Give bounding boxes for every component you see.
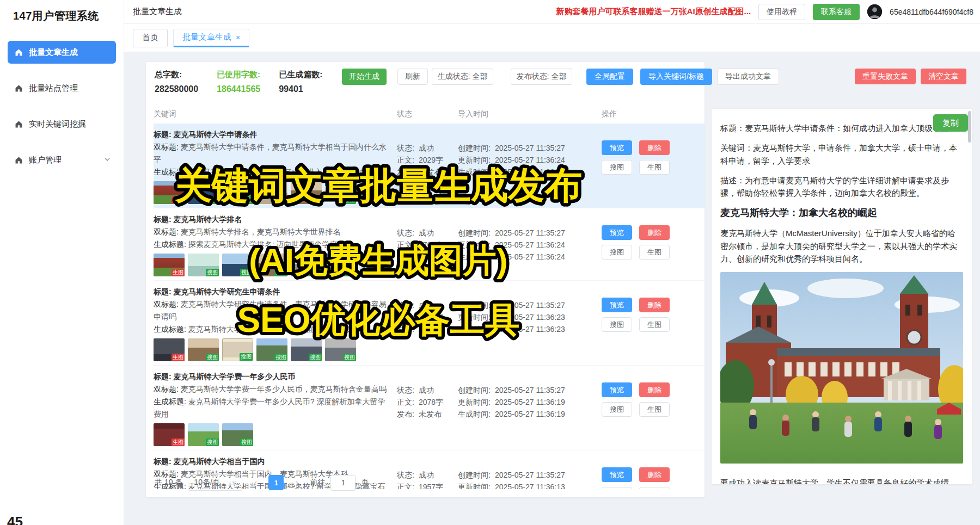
article-thumbnail[interactable]: 搜图 — [291, 181, 322, 204]
search-image-button[interactable]: 搜图 — [602, 402, 632, 417]
article-thumbnail[interactable]: 搜图 — [291, 338, 322, 361]
thumbnail-strip: 生图搜图搜图搜图搜图搜图搜图 — [154, 254, 389, 276]
tutorial-button[interactable]: 使用教程 — [758, 4, 805, 20]
scrollbar-thumb[interactable] — [968, 111, 971, 143]
article-thumbnail[interactable]: 生图 — [154, 423, 185, 446]
article-thumbnail[interactable]: 搜图 — [325, 338, 356, 361]
article-thumbnail[interactable]: 搜图 — [222, 338, 253, 361]
article-thumbnail[interactable]: 搜图 — [394, 181, 425, 204]
operations-cell: 预览删除搜图生图 — [602, 286, 699, 361]
sidebar-item-realtime-keyword-mining[interactable]: 实时关键词挖掘 — [8, 113, 116, 135]
article-thumbnail[interactable]: 搜图 — [325, 254, 356, 276]
generate-image-button[interactable]: 生图 — [639, 402, 670, 417]
updated-time-line: 更新时间:2025-05-27 11:36:13 — [458, 481, 602, 489]
generated-image-badge: 生图 — [171, 438, 185, 446]
delete-button[interactable]: 删除 — [639, 467, 670, 482]
table-row[interactable]: 标题: 麦克马斯特大学申请条件双标题: 麦克马斯特大学申请条件，麦克马斯特大学相… — [154, 123, 705, 208]
stat-generated-articles: 已生成篇数: 99401 — [279, 70, 322, 94]
sidebar-item-label: 账户管理 — [29, 155, 62, 165]
copy-button[interactable]: 复制 — [933, 114, 968, 132]
page-number-button[interactable]: 1 — [268, 475, 284, 490]
sidebar-item-label: 批量文章生成 — [29, 47, 78, 58]
article-thumbnail[interactable]: 搜图 — [325, 181, 356, 204]
avatar[interactable] — [867, 4, 882, 19]
page-size-select[interactable]: 10条/页 ∨ — [188, 474, 242, 491]
word-count-line: 正文:2023字 — [397, 311, 458, 323]
created-time-line: 创建时间:2025-05-27 11:35:27 — [458, 299, 602, 311]
prev-page-button[interactable]: ‹ — [248, 475, 263, 490]
next-page-button[interactable]: › — [289, 475, 304, 490]
delete-button[interactable]: 删除 — [639, 298, 670, 312]
generate-image-button[interactable]: 生图 — [639, 317, 670, 332]
preview-paragraph: 麦克马斯特大学（McMasterUniversity）位于加拿大安大略省的哈密尔… — [720, 227, 961, 265]
preview-button[interactable]: 预览 — [602, 467, 632, 482]
tab-bar: 首页 批量文章生成 × — [124, 24, 980, 52]
searched-image-badge: 搜图 — [206, 269, 219, 276]
searched-image-badge: 搜图 — [240, 196, 253, 204]
tab-batch-article-generation[interactable]: 批量文章生成 × — [173, 29, 249, 47]
article-thumbnail[interactable]: 搜图 — [222, 181, 253, 204]
stat-label: 已使用字数: — [217, 70, 260, 80]
article-thumbnail[interactable]: 搜图 — [291, 254, 322, 276]
delete-button[interactable]: 删除 — [639, 225, 670, 240]
delete-button[interactable]: 删除 — [639, 140, 670, 155]
generate-image-button[interactable]: 生图 — [639, 245, 670, 260]
article-thumbnail[interactable]: 生图 — [154, 338, 185, 361]
contact-support-button[interactable]: 联系客服 — [813, 4, 860, 20]
export-success-button[interactable]: 导出成功文章 — [717, 69, 779, 85]
generate-image-button[interactable]: 生图 — [639, 487, 670, 489]
search-image-button[interactable]: 搜图 — [602, 160, 632, 175]
global-config-button[interactable]: 全局配置 — [586, 69, 633, 85]
reset-failed-button[interactable]: 重置失败文章 — [855, 69, 916, 84]
generation-status-select[interactable]: 生成状态: 全部 — [432, 69, 493, 85]
article-thumbnail[interactable]: 搜图 — [256, 338, 287, 361]
search-image-button[interactable]: 搜图 — [602, 487, 632, 489]
article-thumbnail[interactable]: 搜图 — [222, 423, 253, 446]
article-thumbnail[interactable]: 搜图 — [188, 338, 219, 361]
corner-number: 45 — [7, 514, 23, 525]
generated-time-line: 生成时间:2025-05-27 11:36:24 — [458, 251, 602, 263]
sidebar-item-batch-article-generation[interactable]: 批量文章生成 — [8, 41, 116, 64]
searched-image-badge: 搜图 — [274, 354, 287, 361]
operations-cell: 预览删除搜图生图 — [602, 370, 699, 446]
tab-home[interactable]: 首页 — [133, 29, 168, 47]
operations-grid: 预览删除搜图生图 — [602, 467, 699, 489]
sidebar-item-account-management[interactable]: 账户管理 — [8, 149, 116, 171]
clear-articles-button[interactable]: 清空文章 — [921, 69, 966, 84]
article-thumbnail[interactable]: 生图 — [154, 181, 185, 204]
article-thumbnail[interactable]: 搜图 — [188, 423, 219, 446]
close-tab-icon[interactable]: × — [236, 33, 240, 42]
article-thumbnail[interactable]: 搜图 — [222, 254, 253, 276]
publish-status-select[interactable]: 发布状态: 全部 — [511, 69, 572, 85]
preview-button[interactable]: 预览 — [602, 225, 632, 240]
search-image-button[interactable]: 搜图 — [602, 317, 632, 332]
article-thumbnail[interactable]: 生图 — [154, 254, 185, 276]
searched-image-badge: 搜图 — [206, 438, 219, 446]
delete-button[interactable]: 删除 — [639, 382, 670, 397]
start-generation-button[interactable]: 开始生成 — [342, 69, 387, 85]
article-thumbnail[interactable]: 搜图 — [188, 254, 219, 276]
sidebar-item-batch-site-management[interactable]: 批量站点管理 — [8, 77, 116, 100]
article-thumbnail[interactable]: 搜图 — [256, 181, 287, 204]
article-thumbnail[interactable]: 搜图 — [256, 254, 287, 276]
preview-button[interactable]: 预览 — [602, 140, 632, 155]
article-thumbnail[interactable]: 搜图 — [359, 254, 390, 276]
preview-button[interactable]: 预览 — [602, 298, 632, 312]
updated-time-line: 更新时间:2025-05-27 11:36:24 — [458, 239, 602, 251]
table-row[interactable]: 标题: 麦克马斯特大学研究生申请条件双标题: 麦克马斯特大学研究生申请条件，麦克… — [154, 281, 705, 366]
article-thumbnail[interactable]: 搜图 — [188, 181, 219, 204]
thumbnail-strip: 生图搜图搜图搜图搜图搜图搜图搜图 — [154, 181, 389, 204]
search-image-button[interactable]: 搜图 — [602, 245, 632, 260]
generated-time-line: 生成时间:2025-05-27 11:36:23 — [458, 323, 602, 335]
generate-image-button[interactable]: 生图 — [639, 160, 670, 175]
preview-button[interactable]: 预览 — [602, 382, 632, 397]
goto-page-input[interactable] — [330, 475, 356, 491]
table-row[interactable]: 标题: 麦克马斯特大学排名双标题: 麦克马斯特大学排名，麦克马斯特大学世界排名生… — [154, 208, 705, 281]
article-thumbnail[interactable]: 搜图 — [359, 181, 390, 204]
generated-image-badge: 生图 — [171, 354, 185, 361]
import-keywords-button[interactable]: 导入关键词/标题 — [640, 69, 712, 85]
searched-image-badge: 搜图 — [343, 269, 356, 276]
refresh-button[interactable]: 刷新 — [397, 69, 428, 85]
sidebar-menu: 批量文章生成 批量站点管理 实时关键词挖掘 账户管理 — [0, 41, 124, 171]
table-row[interactable]: 标题: 麦克马斯特大学学费一年多少人民币双标题: 麦克马斯特大学学费一年多少人民… — [154, 366, 705, 450]
